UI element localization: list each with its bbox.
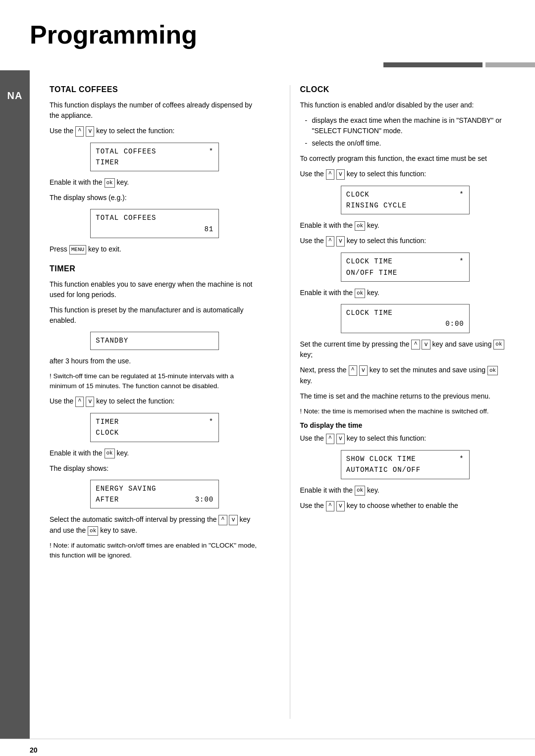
returns-text: The time is set and the machine returns …	[300, 391, 511, 402]
timer-warning1: ! Switch-off time can be regulated at 15…	[50, 371, 260, 392]
footer: 20	[0, 739, 535, 756]
display2-value: 81	[96, 224, 214, 235]
ok-key-r4: ok	[487, 366, 498, 375]
columns: TOTAL COFFEES This function displays the…	[30, 70, 535, 739]
display2-line1: TOTAL COFFEES	[96, 212, 214, 223]
next-text: Next, press the ^ v key to set the minut…	[300, 365, 511, 386]
ok-key-1: ok	[105, 178, 115, 188]
display-energy: ENERGY SAVING AFTER 3:00	[90, 480, 219, 509]
display-clock-4: SHOW CLOCK TIME * AUTOMATIC ON/OFF	[341, 450, 470, 479]
timer-line2: CLOCK	[96, 427, 214, 438]
timer-section: TIMER This function enables you to save …	[50, 264, 260, 560]
clock-note-text: ! Note: the time is memorised when the m…	[300, 406, 511, 416]
show-clock-star: *	[459, 454, 464, 464]
down-key-r1: v	[336, 169, 345, 180]
clock-select-text1: Use the ^ v key to select this function:	[300, 169, 511, 180]
left-column: TOTAL COFFEES This function displays the…	[50, 85, 270, 719]
set-time-text1: Set the current time by pressing the ^ v…	[300, 339, 511, 360]
clock-select-text3: Use the ^ v key to select this function:	[300, 433, 511, 444]
press-exit-text: Press MENU key to exit.	[50, 244, 260, 254]
ok-key-2: ok	[105, 449, 115, 458]
clock-heading: CLOCK	[300, 85, 511, 94]
down-key-r4: v	[359, 365, 368, 376]
up-key-r1: ^	[326, 169, 334, 180]
energy-value: 3:00	[195, 494, 214, 505]
display-clock-3: CLOCK TIME 0:00	[341, 304, 470, 333]
title-section: Programming	[0, 0, 535, 59]
clock-time-line1: CLOCK TIME	[346, 256, 393, 267]
display-line2-timer: TIMER	[96, 157, 214, 168]
na-label: NA	[7, 90, 23, 101]
up-key-2: ^	[75, 397, 84, 407]
bullet1: displays the exact time when the machine…	[305, 115, 511, 136]
clock-para2: To correctly program this function, the …	[300, 153, 511, 164]
page-number: 20	[30, 746, 38, 754]
total-coffees-para1: This function displays the number of cof…	[50, 100, 260, 121]
up-key-r2: ^	[326, 236, 334, 247]
page: Programming NA TOTAL COFFEES This functi…	[0, 0, 535, 756]
clock-para1: This function is enabled and/or disabled…	[300, 100, 511, 110]
display-line1: TOTAL COFFEES	[96, 146, 156, 157]
bar-dark	[383, 62, 482, 67]
clock-enable3: Enable it with the ok key.	[300, 485, 511, 496]
clock-display2-row1: CLOCK TIME *	[346, 256, 464, 267]
display-clock-2: CLOCK TIME * ON/OFF TIME	[341, 252, 470, 282]
display-total-coffees-1: TOTAL COFFEES * TIMER	[90, 143, 219, 172]
select-suffix: key to select the function:	[96, 127, 174, 135]
ok-key-r3: ok	[493, 340, 504, 349]
display-time-subsection: To display the time Use the ^ v key to s…	[300, 421, 511, 511]
content-wrapper: NA TOTAL COFFEES This function displays …	[0, 70, 535, 739]
clock-star1: *	[459, 189, 464, 200]
energy-row2: AFTER 3:00	[96, 494, 214, 505]
total-coffees-section: TOTAL COFFEES This function displays the…	[50, 85, 260, 254]
timer-star: *	[209, 416, 214, 427]
down-key-r6: v	[336, 501, 345, 511]
clock-enable1: Enable it with the ok key.	[300, 220, 511, 231]
clock-bullet-list: displays the exact time when the machine…	[305, 115, 511, 149]
display-shows-text-1: The display shows (e.g.):	[50, 193, 260, 203]
ok-key-r2: ok	[355, 289, 365, 298]
display-timer: TIMER * CLOCK	[90, 413, 219, 442]
timer-para1: This function enables you to save energy…	[50, 279, 260, 300]
clock-display-row1: CLOCK *	[346, 189, 464, 200]
show-clock-row1: SHOW CLOCK TIME *	[346, 454, 464, 464]
down-key: v	[86, 126, 94, 137]
clock-time-line2: ON/OFF TIME	[346, 267, 464, 278]
up-key-r5: ^	[326, 434, 334, 444]
clock-note: ! Note: the time is memorised when the m…	[300, 406, 511, 416]
ok-key-r1: ok	[355, 221, 365, 231]
clock-time-value: 0:00	[346, 318, 464, 329]
clock-line2: RINSING CYCLE	[346, 200, 464, 211]
display-total-coffees-2: TOTAL COFFEES 81	[90, 209, 219, 238]
standby-text: STANDBY	[96, 335, 214, 346]
up-key-r6: ^	[326, 501, 334, 511]
clock-line1: CLOCK	[346, 189, 370, 200]
timer-select-text: Use the ^ v key to select the function:	[50, 396, 260, 407]
down-key-2: v	[86, 397, 94, 407]
up-key-r3: ^	[411, 340, 420, 350]
energy-line1: ENERGY SAVING	[96, 483, 156, 494]
down-key-r5: v	[336, 434, 345, 444]
na-sidebar: NA	[0, 70, 30, 739]
show-clock-line2: AUTOMATIC ON/OFF	[346, 464, 464, 475]
up-key-r4: ^	[349, 365, 357, 376]
display-time-heading: To display the time	[300, 421, 511, 429]
display-timer-row1: TIMER *	[96, 416, 214, 427]
ok-key-3: ok	[88, 526, 98, 536]
bar-light	[485, 62, 535, 67]
clock-select-text4: Use the ^ v key to choose whether to ena…	[300, 501, 511, 511]
energy-row1: ENERGY SAVING	[96, 483, 214, 494]
total-coffees-select-text: Use the ^ v key to select the function:	[50, 126, 260, 137]
ok-key-r5: ok	[355, 486, 365, 495]
energy-line2: AFTER	[96, 494, 119, 505]
bullet2: selects the on/off time.	[305, 138, 511, 149]
select-label: Use the	[50, 127, 73, 135]
down-key-r2: v	[336, 236, 345, 247]
select-interval-text: Select the automatic switch-off interval…	[50, 514, 260, 536]
down-key-r3: v	[422, 340, 430, 350]
total-coffees-heading: TOTAL COFFEES	[50, 85, 260, 94]
show-clock-line1: SHOW CLOCK TIME	[346, 454, 416, 464]
timer-warning2: ! Note: if automatic switch-on/off times…	[50, 541, 260, 561]
right-column: CLOCK This function is enabled and/or di…	[290, 85, 511, 719]
after-text: after 3 hours from the use.	[50, 356, 260, 366]
